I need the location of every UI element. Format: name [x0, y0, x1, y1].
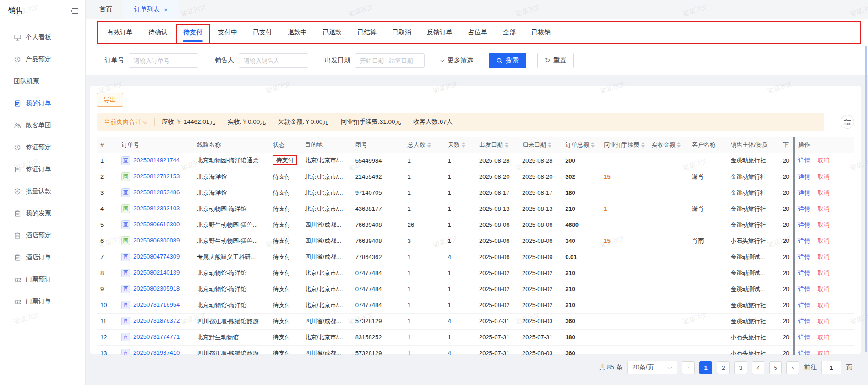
- cancel-link[interactable]: 取消: [818, 302, 830, 308]
- detail-link[interactable]: 详情: [798, 173, 810, 180]
- status-tab-4[interactable]: 支付中: [210, 19, 245, 46]
- order-number-link[interactable]: 20250812853486: [133, 189, 180, 196]
- order-number-link[interactable]: 20250802305918: [133, 285, 180, 292]
- depart-date-range-input[interactable]: [355, 53, 425, 68]
- sort-carets-icon[interactable]: [641, 142, 645, 148]
- reset-button[interactable]: ↻ 重置: [537, 53, 574, 68]
- detail-link[interactable]: 详情: [798, 302, 810, 308]
- page-scrollbar[interactable]: [865, 46, 867, 352]
- detail-link[interactable]: 详情: [798, 350, 810, 355]
- cancel-link[interactable]: 取消: [818, 334, 830, 341]
- detail-link[interactable]: 详情: [798, 286, 810, 292]
- page-tab-2[interactable]: 订单列表×: [123, 0, 179, 19]
- order-number-link[interactable]: 20250804774309: [133, 253, 180, 260]
- detail-link[interactable]: 详情: [798, 270, 810, 276]
- close-tab-icon[interactable]: ×: [164, 6, 168, 13]
- collapse-menu-icon[interactable]: [71, 8, 78, 14]
- goto-page-input[interactable]: [821, 361, 841, 374]
- sidebar-item-6[interactable]: 签证预定: [0, 137, 85, 159]
- status-tab-11[interactable]: 占位单: [460, 19, 495, 46]
- detail-link[interactable]: 详情: [798, 334, 810, 341]
- search-button[interactable]: 搜索: [489, 53, 526, 68]
- cancel-link[interactable]: 取消: [818, 253, 830, 260]
- status-tab-9[interactable]: 已取消: [384, 19, 419, 46]
- order-number-link[interactable]: 20250814921744: [133, 157, 180, 164]
- order-number-link[interactable]: 20250731876372: [133, 317, 180, 324]
- sort-carets-icon[interactable]: [591, 142, 595, 148]
- order-number-link[interactable]: 20250731716954: [133, 301, 180, 308]
- sidebar-item-13[interactable]: 门票订单: [0, 291, 85, 313]
- cancel-link[interactable]: 取消: [818, 189, 830, 196]
- status-tab-10[interactable]: 反馈订单: [419, 19, 460, 46]
- sidebar-item-2[interactable]: 产品预定: [0, 49, 85, 71]
- cancel-link[interactable]: 取消: [818, 286, 830, 292]
- status-tab-5[interactable]: 已支付: [245, 19, 280, 46]
- detail-link[interactable]: 详情: [798, 253, 810, 260]
- status-tab-13[interactable]: 已核销: [524, 19, 558, 46]
- sidebar-item-3[interactable]: 团队机票: [0, 71, 85, 93]
- sidebar-item-5[interactable]: 散客单团: [0, 115, 85, 137]
- column-header-13[interactable]: 实收金额: [648, 137, 688, 153]
- status-tab-12[interactable]: 全部: [495, 19, 524, 46]
- cancel-link[interactable]: 取消: [818, 318, 830, 324]
- status-tab-7[interactable]: 已退款: [315, 19, 349, 46]
- sidebar-item-1[interactable]: 个人看板: [0, 27, 85, 49]
- order-no-input[interactable]: [129, 53, 198, 68]
- sidebar-item-7[interactable]: 签证订单: [0, 159, 85, 181]
- detail-link[interactable]: 详情: [798, 205, 810, 212]
- detail-link[interactable]: 详情: [798, 157, 810, 164]
- table-vertical-scrollbar[interactable]: [793, 137, 795, 355]
- status-tab-6[interactable]: 退款中: [280, 19, 315, 46]
- cancel-link[interactable]: 取消: [818, 221, 830, 228]
- order-number-link[interactable]: 20250806300089: [133, 237, 180, 244]
- detail-link[interactable]: 详情: [798, 318, 810, 324]
- detail-link[interactable]: 详情: [798, 221, 810, 228]
- status-tab-1[interactable]: 有效订单: [99, 19, 141, 46]
- detail-link[interactable]: 详情: [798, 237, 810, 244]
- sidebar-item-4[interactable]: 我的订单: [0, 93, 85, 115]
- sort-carets-icon[interactable]: [505, 142, 508, 148]
- order-number-link[interactable]: 20250731937410: [133, 349, 180, 355]
- cancel-link[interactable]: 取消: [818, 237, 830, 244]
- summary-dropdown[interactable]: 当前页面合计: [104, 118, 147, 126]
- salesperson-input[interactable]: [239, 53, 308, 68]
- status-tab-8[interactable]: 已结算: [349, 19, 384, 46]
- cancel-link[interactable]: 取消: [818, 205, 830, 212]
- status-tab-3[interactable]: 待支付: [175, 19, 210, 46]
- order-number-link[interactable]: 20250806610300: [133, 221, 180, 228]
- status-tab-2[interactable]: 待确认: [141, 19, 175, 46]
- sort-carets-icon[interactable]: [548, 142, 551, 148]
- column-header-12[interactable]: 同业扣手续费: [600, 137, 648, 153]
- sidebar-item-11[interactable]: 酒店订单: [0, 247, 85, 269]
- column-header-8[interactable]: 天数: [444, 137, 475, 153]
- sort-carets-icon[interactable]: [677, 142, 681, 148]
- order-number-link[interactable]: 20250812393103: [133, 205, 180, 212]
- column-settings-button[interactable]: [841, 115, 854, 129]
- sidebar-item-12[interactable]: 门票预订: [0, 269, 85, 291]
- cancel-link[interactable]: 取消: [818, 157, 830, 164]
- page-button-5[interactable]: 5: [769, 361, 782, 374]
- sort-carets-icon[interactable]: [427, 142, 431, 148]
- column-header-7[interactable]: 总人数: [404, 137, 444, 153]
- sidebar-item-9[interactable]: 我的发票: [0, 203, 85, 225]
- column-header-11[interactable]: 订单总额: [562, 137, 600, 153]
- page-button-2[interactable]: 2: [717, 361, 730, 374]
- more-filters-toggle[interactable]: 更多筛选: [441, 56, 473, 65]
- cancel-link[interactable]: 取消: [818, 173, 830, 180]
- sidebar-item-10[interactable]: 酒店预定: [0, 225, 85, 247]
- page-button-1[interactable]: 1: [699, 361, 712, 374]
- order-number-link[interactable]: 20250802140139: [133, 269, 180, 276]
- page-button-3[interactable]: 3: [734, 361, 747, 374]
- cancel-link[interactable]: 取消: [818, 350, 830, 355]
- sort-carets-icon[interactable]: [462, 142, 465, 148]
- prev-page-button[interactable]: ‹: [682, 361, 695, 374]
- order-number-link[interactable]: 20250731774771: [133, 333, 180, 340]
- order-number-link[interactable]: 20250812782153: [133, 173, 180, 180]
- detail-link[interactable]: 详情: [798, 189, 810, 196]
- sidebar-item-8[interactable]: 批量认款: [0, 181, 85, 203]
- export-button[interactable]: 导出: [97, 93, 123, 107]
- next-page-button[interactable]: ›: [786, 361, 799, 374]
- page-size-select[interactable]: 20条/页: [627, 361, 677, 374]
- cancel-link[interactable]: 取消: [818, 270, 830, 276]
- column-header-10[interactable]: 归来日期: [519, 137, 562, 153]
